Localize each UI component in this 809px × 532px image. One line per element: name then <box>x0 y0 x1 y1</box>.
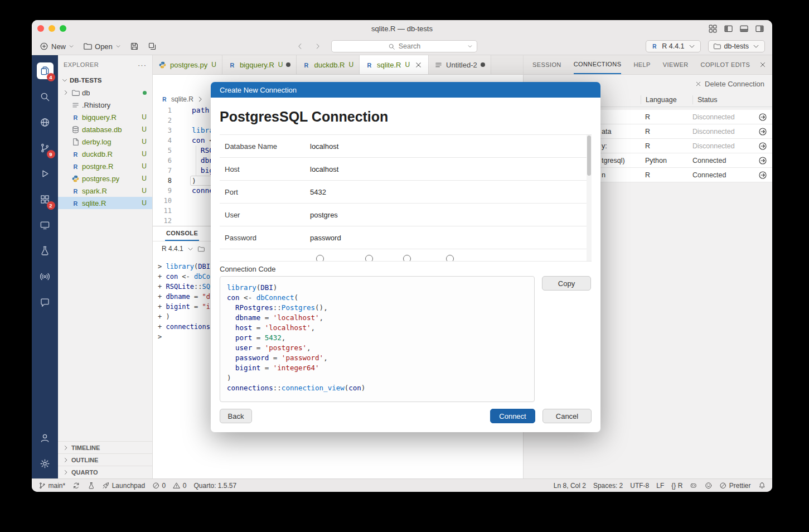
file-sqlite.R[interactable]: Rsqlite.RU <box>58 197 152 209</box>
activity-item-explorer[interactable]: 4 <box>33 58 57 84</box>
radio-option[interactable] <box>403 255 411 262</box>
file-postgres.py[interactable]: postgres.pyU <box>58 172 152 185</box>
status-launchpad[interactable]: Launchpad <box>102 482 145 490</box>
status-indentation[interactable]: Spaces: 2 <box>593 482 623 490</box>
warning-icon <box>173 482 181 490</box>
layout-sidebar-right-icon[interactable] <box>755 24 764 33</box>
layout-sidebar-left-icon[interactable] <box>724 24 733 33</box>
file-db[interactable]: db <box>58 86 152 99</box>
svg-text:R: R <box>653 43 657 50</box>
file-spark.R[interactable]: Rspark.RU <box>58 185 152 197</box>
field-value-input[interactable]: localhost <box>310 142 338 151</box>
field-value-input[interactable]: 5432 <box>310 188 326 196</box>
arrow-circle-right-icon[interactable] <box>758 156 767 165</box>
status-prettier[interactable]: Prettier <box>719 482 750 490</box>
open-button[interactable]: Open <box>83 42 121 51</box>
svg-text:R: R <box>74 151 78 157</box>
forward-button[interactable] <box>314 42 322 50</box>
close-icon[interactable] <box>414 61 423 69</box>
arrow-circle-right-icon[interactable] <box>758 113 767 122</box>
r-file-icon: R <box>161 95 168 103</box>
radio-option[interactable] <box>365 255 373 262</box>
activity-item-search[interactable] <box>33 84 57 109</box>
panel-tab-copilot-edits[interactable]: COPILOT EDITS <box>701 55 750 74</box>
activity-item-extensions[interactable]: 2 <box>33 186 57 212</box>
connect-button[interactable]: Connect <box>490 409 535 423</box>
activity-item-remote-window[interactable] <box>33 212 57 238</box>
status-feedback[interactable] <box>705 482 713 490</box>
tab-postgres.py[interactable]: postgres.pyU <box>153 55 222 74</box>
file-database.db[interactable]: database.dbU <box>58 123 152 136</box>
panel-tab-viewer[interactable]: VIEWER <box>663 55 689 74</box>
panel-tab-session[interactable]: SESSION <box>532 55 561 74</box>
activity-item-account[interactable] <box>33 425 57 451</box>
back-button[interactable] <box>296 42 304 50</box>
new-button[interactable]: New <box>40 42 74 51</box>
status-beaker[interactable] <box>88 482 95 490</box>
activity-item-settings-gear[interactable] <box>33 451 57 476</box>
panel-tab-help[interactable]: HELP <box>633 55 650 74</box>
status-copilot[interactable] <box>690 482 697 490</box>
tab-Untitled-2[interactable]: Untitled-2 <box>429 55 491 74</box>
status-problems-errors[interactable]: 0 <box>152 482 166 490</box>
status-git-branch[interactable]: main* <box>38 482 65 490</box>
grid-layout-icon[interactable] <box>708 24 718 33</box>
field-value-input[interactable]: postgres <box>310 211 338 219</box>
panel-close-button[interactable] <box>759 61 767 69</box>
delete-connection-button[interactable]: Delete Connection <box>705 80 764 88</box>
section-timeline[interactable]: TIMELINE <box>58 442 152 454</box>
file-duckdb.R[interactable]: Rduckdb.RU <box>58 148 152 160</box>
workspace-root-folder[interactable]: DB-TESTS <box>58 74 152 86</box>
file-bigquery.R[interactable]: Rbigquery.RU <box>58 111 152 123</box>
search-input[interactable]: Search <box>331 40 477 52</box>
copy-button[interactable] <box>148 42 157 51</box>
arrow-circle-right-icon[interactable] <box>758 127 767 136</box>
activity-item-broadcast[interactable] <box>33 263 57 289</box>
workspace-selector[interactable]: db-tests <box>708 40 765 52</box>
radio-option[interactable] <box>316 255 324 262</box>
connection-code-line: RPostgres::Postgres(), <box>227 303 527 313</box>
interpreter-selector[interactable]: R R 4.4.1 <box>646 40 700 52</box>
status-notifications[interactable] <box>758 482 766 490</box>
activity-item-source-control[interactable]: 9 <box>33 135 57 161</box>
status-problems-warnings[interactable]: 0 <box>173 482 186 490</box>
radio-option[interactable] <box>446 255 454 262</box>
activity-item-run-debug[interactable] <box>33 161 57 186</box>
fields-scrollbar-thumb[interactable] <box>587 136 591 176</box>
section-outline[interactable]: OUTLINE <box>58 454 152 466</box>
file-derby.log[interactable]: derby.logU <box>58 136 152 148</box>
field-value-input[interactable]: localhost <box>310 165 338 173</box>
tab-sqlite.R[interactable]: Rsqlite.RU <box>360 55 429 74</box>
arrow-circle-right-icon[interactable] <box>758 171 767 180</box>
activity-item-chat[interactable] <box>33 289 57 315</box>
activity-bar-top: 492 <box>33 58 57 315</box>
connection-code-block[interactable]: library(DBI)con <- dbConnect( RPostgres:… <box>220 276 535 402</box>
svg-text:R: R <box>74 163 78 170</box>
activity-item-testing-flask[interactable] <box>33 238 57 263</box>
panel-tab-connections[interactable]: CONNECTIONS <box>574 55 622 74</box>
status-eol[interactable]: LF <box>656 482 664 490</box>
status-quarto-version[interactable]: Quarto: 1.5.57 <box>193 482 236 490</box>
explorer-actions-button[interactable]: ··· <box>138 61 147 69</box>
status-encoding[interactable]: UTF-8 <box>630 482 649 490</box>
layout-panel-icon[interactable] <box>739 24 749 33</box>
tab-bigquery.R[interactable]: Rbigquery.RU <box>222 55 297 74</box>
copy-code-button[interactable]: Copy <box>542 276 591 291</box>
status-sync-changes[interactable] <box>72 482 80 490</box>
chevron-right-icon <box>62 469 69 476</box>
arrow-circle-right-icon[interactable] <box>758 142 767 151</box>
cancel-button[interactable]: Cancel <box>542 409 592 423</box>
file-.Rhistory[interactable]: .Rhistory <box>58 99 152 111</box>
git-status-badge: U <box>142 175 147 182</box>
activity-item-globe[interactable] <box>33 109 57 135</box>
tab-console[interactable]: CONSOLE <box>165 226 199 241</box>
field-value-input[interactable]: password <box>310 234 341 242</box>
tab-duckdb.R[interactable]: Rduckdb.RU <box>297 55 360 74</box>
status-language-mode[interactable]: {} R <box>671 482 682 490</box>
file-label: postgre.R <box>82 162 113 171</box>
file-postgre.R[interactable]: Rpostgre.RU <box>58 160 152 172</box>
back-button[interactable]: Back <box>220 409 252 423</box>
section-quarto[interactable]: QUARTO <box>58 466 152 478</box>
status-cursor-position[interactable]: Ln 8, Col 2 <box>554 482 586 490</box>
save-button[interactable] <box>130 42 139 51</box>
